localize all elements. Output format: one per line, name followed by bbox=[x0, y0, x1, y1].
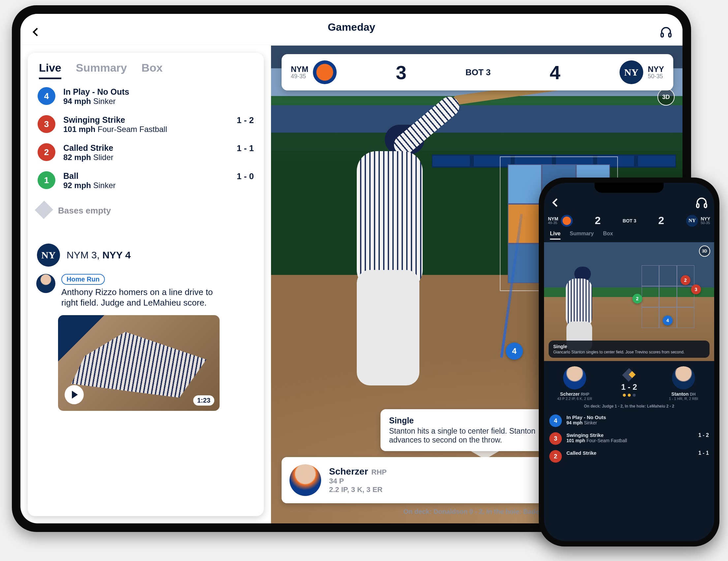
pitch-list: 4In Play - No Outs94 mph Sinker3Swinging… bbox=[28, 82, 264, 195]
pitch-number-badge: 1 bbox=[38, 171, 55, 189]
pitcher-stats: 43 P 2.2 IP, 6 K, 2 ER bbox=[557, 397, 592, 401]
zone-pitch-2[interactable]: 2 bbox=[681, 275, 690, 285]
headphones-icon bbox=[695, 196, 708, 209]
pitch-number-badge: 2 bbox=[38, 143, 55, 161]
home-team[interactable]: NY NYY 50-35 bbox=[620, 60, 664, 84]
pitch-detail: 101 mph Four-Seam Fastball bbox=[566, 438, 694, 443]
away-team[interactable]: NYM49-35 bbox=[548, 215, 573, 227]
last-play-desc: Stanton hits a single to center field. S… bbox=[389, 427, 553, 445]
pitch-result: Called Strike bbox=[63, 143, 229, 153]
pitch-detail: 94 mph Sinker bbox=[566, 420, 704, 425]
pitch-row[interactable]: 1Ball92 mph Sinker1 - 0 bbox=[28, 167, 264, 195]
play-description: Anthony Rizzo homers on a line drive to … bbox=[61, 287, 226, 308]
pitch-text: Called Strike bbox=[566, 450, 694, 456]
pitch-list: 4In Play - No Outs94 mph Sinker3Swinging… bbox=[544, 412, 714, 465]
scorebar[interactable]: NYM49-35 2 BOT 3 2 NY NYY50-35 bbox=[544, 212, 714, 230]
tab-live[interactable]: Live bbox=[39, 61, 61, 79]
home-abbr: NYY bbox=[701, 216, 710, 221]
tab-live[interactable]: Live bbox=[550, 231, 561, 239]
toggle-3d-button[interactable]: 3D bbox=[657, 88, 675, 106]
feed-tabs: Live Summary Box bbox=[544, 230, 714, 242]
matchup-row: Scherzer RHP 43 P 2.2 IP, 6 K, 2 ER 1 - … bbox=[544, 361, 714, 403]
tab-box[interactable]: Box bbox=[603, 231, 613, 239]
batter-avatar bbox=[672, 366, 695, 390]
away-score: 2 bbox=[595, 214, 601, 227]
tab-summary[interactable]: Summary bbox=[570, 231, 594, 239]
pitch-row[interactable]: 4In Play - No Outs94 mph Sinker bbox=[28, 82, 264, 110]
audio-button[interactable] bbox=[659, 25, 673, 40]
iphone-screen: NYM49-35 2 BOT 3 2 NY NYY50-35 Live Summ… bbox=[544, 183, 714, 541]
tab-summary[interactable]: Summary bbox=[76, 61, 127, 79]
last-play-title: Single bbox=[389, 416, 553, 425]
zone-pitch-4[interactable]: 4 bbox=[663, 316, 673, 326]
pitch-result: Swinging Strike bbox=[566, 432, 694, 438]
pitch-text: Swinging Strike101 mph Four-Seam Fastbal… bbox=[63, 115, 229, 134]
pitch-text: In Play - No Outs94 mph Sinker bbox=[63, 87, 246, 106]
mets-logo-icon bbox=[313, 60, 337, 84]
svg-rect-0 bbox=[661, 33, 663, 37]
tab-box[interactable]: Box bbox=[141, 61, 163, 79]
pitch-text: Swinging Strike101 mph Four-Seam Fastbal… bbox=[566, 432, 694, 443]
inline-scoreline[interactable]: NY NYM 3, NYY 4 bbox=[28, 242, 264, 268]
back-button[interactable] bbox=[30, 26, 42, 39]
last-play-desc: Giancarlo Stanton singles to center fiel… bbox=[553, 350, 705, 355]
inning-label: BOT 3 bbox=[466, 67, 491, 78]
toggle-3d-button[interactable]: 3D bbox=[699, 245, 710, 257]
pitch-row[interactable]: 3Swinging Strike101 mph Four-Seam Fastba… bbox=[28, 110, 264, 139]
live-feed-card[interactable]: Live Summary Box 4In Play - No Outs94 mp… bbox=[28, 53, 264, 516]
count: 1 - 2 bbox=[621, 383, 637, 392]
pitch-result: Swinging Strike bbox=[63, 115, 229, 125]
zone-pitch-4[interactable]: 4 bbox=[506, 343, 523, 360]
pitcher-pos: RHP bbox=[371, 468, 386, 477]
bases-icon bbox=[622, 368, 636, 382]
play-icon[interactable] bbox=[65, 385, 84, 404]
batter-pos: DH bbox=[690, 392, 695, 397]
home-team[interactable]: NY NYY50-35 bbox=[686, 215, 710, 227]
scoreline-away: NYM 3, bbox=[67, 249, 100, 260]
pitch-number-badge: 3 bbox=[38, 115, 55, 133]
away-score: 3 bbox=[396, 61, 406, 83]
zone-pitch-3[interactable]: 3 bbox=[691, 285, 701, 295]
yankees-logo-icon: NY bbox=[620, 60, 643, 84]
home-score: 4 bbox=[550, 61, 560, 83]
yankees-logo-icon: NY bbox=[686, 215, 698, 227]
pitch-count: 1 - 1 bbox=[698, 450, 709, 456]
audio-button[interactable] bbox=[695, 196, 708, 210]
pitch-count: 1 - 1 bbox=[237, 143, 254, 153]
home-record: 50-35 bbox=[701, 221, 710, 225]
away-record: 49-35 bbox=[291, 73, 308, 79]
pitch-row[interactable]: 4In Play - No Outs94 mph Sinker bbox=[544, 412, 714, 430]
pitcher-avatar bbox=[289, 464, 321, 496]
pitch-row[interactable]: 2Called Strike1 - 1 bbox=[544, 448, 714, 465]
svg-rect-1 bbox=[669, 33, 671, 37]
strike-zone[interactable]: 2 2 3 4 bbox=[642, 265, 694, 328]
bases-label: Bases empty bbox=[58, 205, 111, 216]
batter-stats: 1 - 1 HR, R, 2 RBI bbox=[669, 397, 698, 401]
last-play-card[interactable]: Single Stanton hits a single to center f… bbox=[380, 409, 562, 451]
feed-tabs: Live Summary Box bbox=[28, 53, 264, 82]
last-play-card[interactable]: Single Giancarlo Stanton singles to cent… bbox=[549, 341, 710, 358]
pitch-number-badge: 4 bbox=[549, 415, 562, 427]
video-duration: 1:23 bbox=[193, 395, 214, 406]
notch bbox=[594, 183, 664, 193]
pitch-detail: 101 mph Four-Seam Fastball bbox=[63, 125, 229, 134]
pitcher-stats: ScherzerRHP 34 P 2.2 IP, 3 K, 3 ER bbox=[329, 466, 387, 494]
home-abbr: NYY bbox=[648, 65, 664, 73]
away-team[interactable]: NYM 49-35 bbox=[291, 60, 337, 84]
player-avatar bbox=[36, 274, 55, 293]
gameday-3d-view[interactable]: 3D 2 2 3 4 Single Giancarlo Stanton sing… bbox=[544, 242, 714, 361]
pitch-result: In Play - No Outs bbox=[63, 87, 246, 97]
play-item[interactable]: Home Run Anthony Rizzo homers on a line … bbox=[28, 268, 264, 309]
scorebar[interactable]: NYM 49-35 3 BOT 3 4 NY NYY 50-35 bbox=[282, 54, 673, 90]
pitch-count: 1 - 2 bbox=[237, 115, 254, 125]
batter-card[interactable]: Stanton DH 1 - 1 HR, R, 2 RBI bbox=[659, 366, 708, 401]
pitcher-card[interactable]: Scherzer RHP 43 P 2.2 IP, 6 K, 2 ER bbox=[550, 366, 599, 401]
pitch-row[interactable]: 2Called Strike82 mph Slider1 - 1 bbox=[28, 139, 264, 167]
back-button[interactable] bbox=[550, 197, 561, 209]
pitch-row[interactable]: 3Swinging Strike101 mph Four-Seam Fastba… bbox=[544, 430, 714, 448]
pitch-number-badge: 2 bbox=[549, 450, 562, 463]
highlight-video[interactable]: 1:23 bbox=[58, 315, 220, 411]
zone-pitch-1[interactable]: 2 bbox=[632, 294, 642, 304]
bases-diamond-icon bbox=[35, 201, 54, 220]
pitch-detail: 92 mph Sinker bbox=[63, 181, 229, 190]
